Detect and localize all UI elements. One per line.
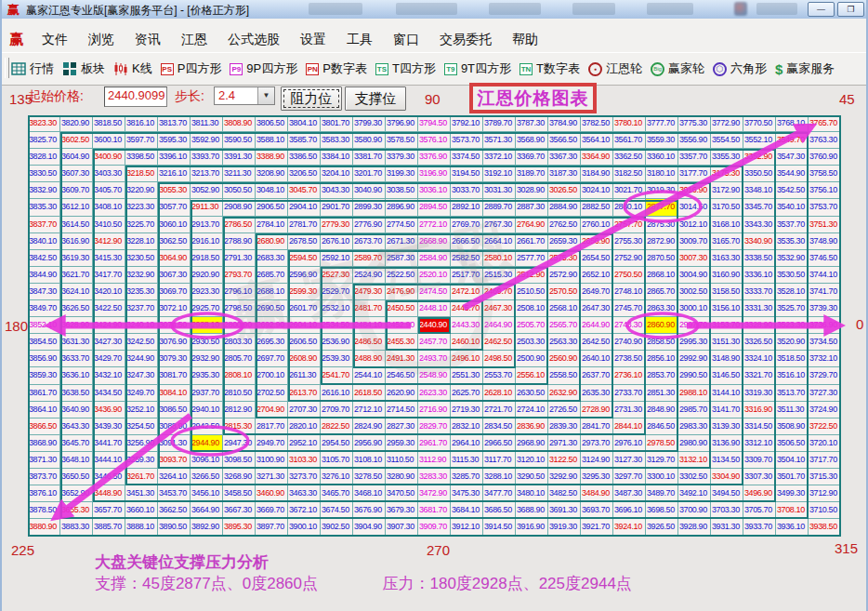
grid-cell: 3024.10 [581, 182, 613, 199]
menu-item-7[interactable]: 工具 [336, 30, 383, 50]
grid-cell: 2724.10 [516, 402, 548, 418]
grid-cell: 3751.30 [809, 217, 841, 233]
toolbar-item-T数字表[interactable]: TNT数字表 [519, 60, 580, 77]
grid-cell: 3552.10 [743, 132, 776, 149]
grid-cell: 3280.90 [386, 469, 418, 485]
grid-cell: 2872.90 [646, 233, 678, 250]
toolbar-item-板块[interactable]: 板块 [62, 60, 105, 77]
grid-cell: 3242.50 [125, 334, 158, 351]
menu-item-4[interactable]: 江恩 [171, 30, 217, 50]
grid-cell: 3648.10 [60, 452, 93, 469]
grid-cell: 2517.70 [451, 267, 483, 284]
grid-cell: 3151.30 [711, 334, 743, 351]
grid-cell: 3168.10 [711, 217, 743, 233]
start-price-input[interactable]: 2440.9099 [104, 86, 167, 107]
grid-cell: 2904.10 [288, 199, 321, 216]
grid-cell: 3487.30 [613, 485, 646, 502]
toolbar-item-江恩轮[interactable]: ●江恩轮 [588, 60, 642, 77]
grid-cell: 3816.10 [125, 115, 158, 132]
grid-cell: 3439.30 [93, 418, 125, 435]
chevron-down-icon[interactable]: ▼ [257, 87, 274, 104]
grid-cell: 3405.70 [93, 182, 125, 199]
grid-cell: 3324.10 [743, 351, 776, 367]
toolbar-item-P数字表[interactable]: PNP数字表 [306, 60, 367, 77]
grid-cell: 3607.30 [60, 166, 93, 182]
p9-badge-icon: P9 [230, 63, 243, 75]
grid-cell: 3727.30 [809, 385, 841, 402]
toolbar-item-T四方形[interactable]: TST四方形 [375, 60, 436, 77]
grid-cell: 2858.50 [646, 334, 678, 351]
menu-item-6[interactable]: 设置 [290, 30, 336, 50]
menu-item-3[interactable]: 资讯 [125, 30, 171, 50]
grid-cell: 3021.70 [613, 182, 646, 199]
grid-cell: 2745.70 [613, 300, 646, 317]
toolbar-grip[interactable] [5, 58, 9, 78]
grid-cell: 3062.50 [158, 233, 191, 250]
toolbar-item-赢家轮[interactable]: Big赢家轮 [651, 60, 704, 77]
grid-cell: 3530.50 [776, 267, 809, 284]
grid-cell: 2971.30 [548, 435, 581, 452]
toolbar-item-P四方形[interactable]: PSP四方形 [161, 60, 222, 77]
grid-cell: 2467.30 [483, 300, 516, 317]
grid-cell: 3312.10 [743, 435, 776, 452]
grid-cell: 3379.30 [386, 149, 418, 166]
grid-cell: 3139.30 [711, 418, 743, 435]
menu-item-2[interactable]: 浏览 [78, 30, 125, 50]
grid-cell: 3787.30 [516, 115, 548, 132]
menu-item-5[interactable]: 公式选股 [217, 30, 290, 50]
t9-badge-icon: T9 [444, 63, 457, 75]
grid-cell: 2796.10 [223, 284, 256, 300]
grid-cell: 3235.30 [125, 284, 158, 300]
grid-cell: 3448.90 [93, 485, 125, 502]
minimize-button[interactable]: — [808, 2, 835, 17]
grid-cell: 3285.70 [451, 469, 483, 485]
grid-cell: 3292.90 [548, 469, 581, 485]
grid-cell: 3888.10 [125, 519, 158, 536]
grid-cell: 3189.70 [516, 166, 548, 182]
toolbar-item-六角形[interactable]: ⬡六角形 [713, 60, 767, 77]
grid-cell: 3228.10 [125, 233, 158, 250]
grid-cell: 3456.10 [191, 485, 223, 502]
grid-cell: 3597.70 [125, 132, 158, 149]
grid-cell: 3249.70 [125, 385, 158, 402]
grid-cell: 3175.30 [711, 166, 743, 182]
grid-cell: 3100.90 [256, 452, 288, 469]
grid-cell: 3609.70 [60, 182, 93, 199]
grid-cell: 3636.10 [60, 367, 93, 384]
grid-cell: 3468.10 [353, 485, 386, 502]
toolbar-item-行情[interactable]: 行情 [11, 60, 54, 77]
grid-cell: 2781.70 [288, 217, 321, 233]
grid-cell: 2563.30 [548, 334, 581, 351]
grid-cell: 3374.50 [451, 149, 483, 166]
grid-cell: 2709.70 [321, 402, 353, 418]
menu-item-10[interactable]: 帮助 [502, 30, 548, 50]
grid-cell: 2452.90 [386, 317, 418, 334]
support-button[interactable]: 支撑位 [345, 86, 406, 111]
grid-cell: 3012.10 [678, 217, 711, 233]
grid-cell: 3523.30 [776, 317, 809, 334]
grid-cell: 3799.30 [353, 115, 386, 132]
menu-item-1[interactable]: 文件 [32, 30, 78, 50]
step-dropdown[interactable]: 2.4 ▼ [214, 86, 275, 105]
angle-label-45: 45 [839, 91, 855, 107]
grid-cell: 3072.10 [158, 300, 191, 317]
grid-cell: 3172.90 [711, 182, 743, 199]
grid-cell: 2479.30 [353, 284, 386, 300]
grid-cell: 3547.30 [776, 149, 809, 166]
restore-button[interactable]: ❐ [837, 2, 864, 17]
grid-cell: 3259.30 [125, 452, 158, 469]
grid-cell: 2954.50 [321, 435, 353, 452]
grid-cell: 3655.30 [60, 502, 93, 519]
grid-cell: 3489.70 [646, 485, 678, 502]
toolbar-item-9T四方形[interactable]: T99T四方形 [444, 60, 511, 77]
toolbar-item-9P四方形[interactable]: P99P四方形 [230, 60, 297, 77]
toolbar-item-赢家服务[interactable]: $赢家服务 [775, 60, 835, 77]
resistance-button[interactable]: 阻力位 [281, 86, 342, 111]
grid-cell: 3638.50 [60, 385, 93, 402]
grid-cell: 3705.70 [743, 502, 776, 519]
toolbar-item-K线[interactable]: K线 [113, 60, 152, 77]
grid-cell: 3352.90 [743, 149, 776, 166]
grid-cell: 2932.90 [191, 351, 223, 367]
menu-item-9[interactable]: 交易委托 [429, 30, 502, 50]
menu-item-8[interactable]: 窗口 [383, 30, 429, 50]
